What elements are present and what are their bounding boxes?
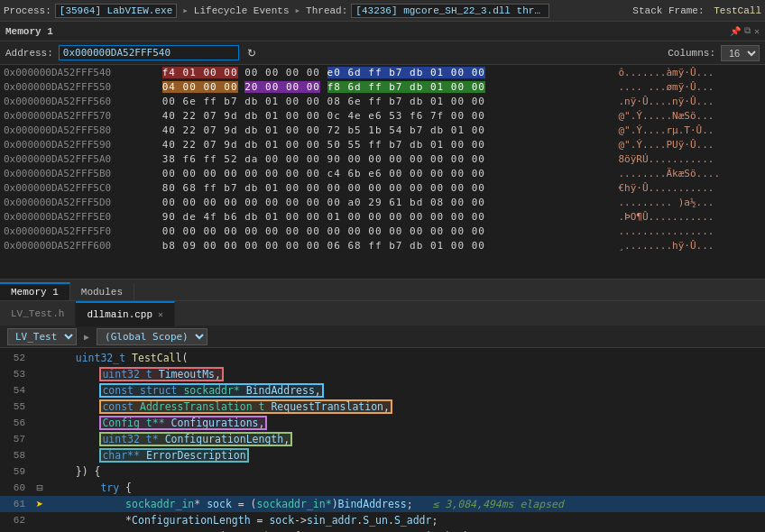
code-area[interactable]: 52 uint32_t TestCall(53 uint32_t Timeout… [0, 348, 765, 532]
code-line: 57 uint32_t* ConfigurationLength, [0, 431, 765, 447]
line-number: 53 [0, 369, 32, 380]
columns-select[interactable]: 16 8 32 [721, 45, 760, 61]
code-line: 52 uint32_t TestCall( [0, 350, 765, 366]
param-highlight-purple: Config_t** Configurations, [100, 417, 266, 429]
token-tp: sockaddr_in* [257, 498, 332, 510]
stack-label: Stack Frame: [632, 5, 704, 16]
param-highlight-orange: const AddressTranslation_t RequestTransl… [100, 400, 392, 413]
token-op [165, 417, 171, 429]
separator-2: ▸ [294, 5, 300, 16]
token-nm: ConfigurationLength [132, 514, 251, 527]
token-op [125, 352, 132, 364]
line-number: 59 [0, 466, 32, 477]
memory-panel-title: Memory 1 [5, 26, 53, 37]
line-number: 55 [0, 401, 32, 412]
token-kw: uint32_t [76, 352, 125, 364]
token-op: * [125, 514, 132, 527]
param-highlight-blue: const struct sockaddr* BindAddress, [100, 384, 322, 397]
code-line: 63 CreateErrorDesc("Greetings from DLL",… [0, 528, 765, 532]
token-op [240, 384, 246, 397]
code-line: 58 char** ErrorDescription [0, 447, 765, 463]
memory-table-wrapper[interactable]: 0x000000DA52FFF540f4 01 00 00 00 00 00 0… [0, 65, 765, 279]
separator-1: ▸ [182, 5, 189, 16]
token-nm: S_un [363, 514, 388, 527]
code-text: sockaddr_in* sock = (sockaddr_in*)BindAd… [47, 498, 564, 510]
code-line: 59 }) { [0, 463, 765, 480]
line-number: 54 [0, 385, 32, 396]
code-text: *ConfigurationLength = sock->sin_addr.S_… [47, 514, 438, 527]
token-op: , [259, 417, 265, 429]
token-op: = [251, 514, 270, 527]
tab-lv-test-h-label: LV_Test.h [11, 308, 64, 319]
token-op: -> [294, 514, 307, 527]
code-line: 61➤ sockaddr_in* sock = (sockaddr_in*)Bi… [0, 496, 765, 512]
code-text: char** ErrorDescription [47, 449, 248, 462]
code-line: 54 const struct sockaddr* BindAddress, [0, 382, 765, 399]
line-number: 57 [0, 434, 32, 445]
line-number: 60 [0, 482, 32, 493]
token-nm: ErrorDescription [146, 449, 246, 462]
scope-function-select[interactable]: (Global Scope) [97, 328, 207, 345]
memory-bottom-tabs: Memory 1 Modules [0, 279, 765, 300]
token-nm: sock [269, 514, 294, 527]
token-op: * [194, 498, 207, 510]
scope-class-select[interactable]: LV_Test [7, 328, 77, 345]
token-kw: struct [140, 384, 178, 397]
code-line: 53 uint32_t TimeoutMs, [0, 366, 765, 382]
memory-row: 0x000000DA52FFF5A038 f6 ff 52 da 00 00 0… [0, 151, 765, 166]
address-bar: Address: ↻ Columns: 16 8 32 [0, 41, 765, 65]
tab-close-dllmain[interactable]: ✕ [158, 309, 163, 320]
line-number: 58 [0, 450, 32, 461]
float-icon[interactable]: ⧉ [744, 26, 751, 36]
code-tab-bar: LV_Test.h dllmain.cpp ✕ [0, 301, 765, 326]
code-text: uint32_t TestCall( [47, 352, 188, 364]
scope-bar: LV_Test ▶ (Global Scope) [0, 326, 765, 348]
code-text: try { [47, 482, 132, 494]
stack-value: TestCall [714, 5, 761, 16]
code-line: 55 const AddressTranslation_t RequestTra… [0, 399, 765, 415]
memory-row: 0x000000DA52FFF5B000 00 00 00 00 00 00 0… [0, 166, 765, 180]
token-tp: Config_t** [102, 417, 164, 429]
tab-lv-test-h[interactable]: LV_Test.h [0, 301, 76, 326]
scope-arrow-icon: ▶ [84, 332, 89, 343]
memory-title-bar: Memory 1 📌 ⧉ ✕ [0, 22, 765, 41]
token-op [152, 368, 159, 381]
thread-value[interactable]: [43236] mgcore_SH_22_3.dll threa... [351, 4, 549, 18]
token-nm: sock [207, 498, 232, 510]
token-kw: uint32_t* [102, 433, 158, 445]
line-gutter[interactable]: ⊟ [32, 482, 47, 495]
columns-label: Columns: [668, 48, 715, 59]
code-text: uint32_t* ConfigurationLength, [47, 433, 291, 445]
memory-panel: Memory 1 📌 ⧉ ✕ Address: ↻ Columns: 16 8 … [0, 22, 765, 301]
token-op: ) [332, 498, 338, 510]
code-text: }) { [47, 465, 100, 478]
token-op [159, 433, 165, 445]
process-value[interactable]: [35964] LabVIEW.exe [55, 4, 177, 18]
line-number: 61 [0, 499, 32, 509]
memory-row: 0x000000DA52FFF56000 6e ff b7 db 01 00 0… [0, 94, 765, 108]
token-nm: BindAddress [246, 384, 315, 397]
memory-row: 0x000000DA52FFF55004 00 00 00 20 00 00 0… [0, 79, 765, 94]
memory-row: 0x000000DA52FFF5D000 00 00 00 00 00 00 0… [0, 195, 765, 209]
line-gutter[interactable]: ➤ [32, 497, 47, 512]
token-op: { [119, 482, 132, 494]
modules-tab[interactable]: Modules [70, 284, 134, 300]
token-op: , [315, 384, 321, 397]
param-highlight-red: uint32_t TimeoutMs, [100, 368, 223, 381]
pin-icon[interactable]: 📌 [730, 26, 741, 37]
close-memory-icon[interactable]: ✕ [754, 26, 760, 37]
code-line: 60⊟ try { [0, 480, 765, 496]
lifecycle-label[interactable]: Lifecycle Events [194, 5, 290, 16]
memory-row: 0x000000DA52FFF600b8 09 00 00 00 00 00 0… [0, 238, 765, 252]
memory-tab-1[interactable]: Memory 1 [0, 282, 70, 300]
memory-row: 0x000000DA52FFF58040 22 07 9d db 01 00 0… [0, 123, 765, 137]
token-kw: uint32_t [102, 368, 152, 381]
tab-dllmain-cpp[interactable]: dllmain.cpp ✕ [76, 301, 175, 326]
token-op [134, 384, 140, 397]
memory-row: 0x000000DA52FFF5F000 00 00 00 00 00 00 0… [0, 224, 765, 238]
token-op: = ( [232, 498, 257, 510]
address-input[interactable] [59, 45, 239, 60]
line-number: 62 [0, 515, 32, 526]
token-nm: TimeoutMs [159, 368, 215, 381]
refresh-button[interactable]: ↻ [244, 46, 259, 60]
